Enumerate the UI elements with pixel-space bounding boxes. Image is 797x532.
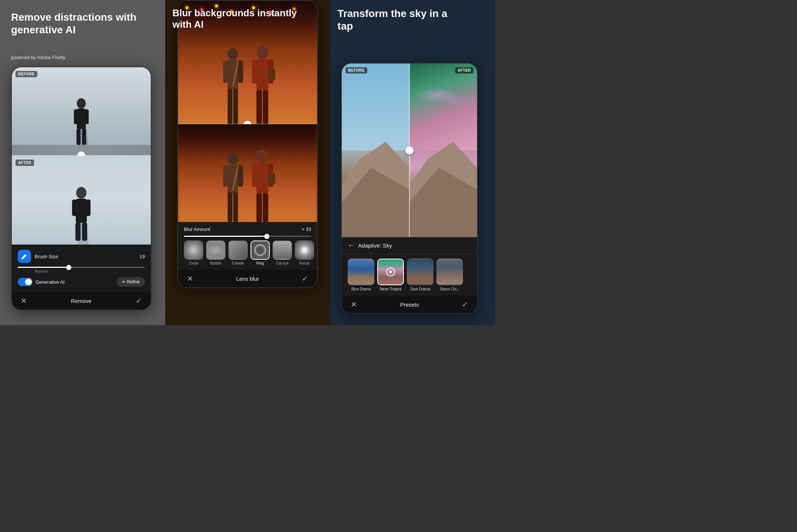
blur-slider[interactable] bbox=[184, 236, 311, 237]
preset-label-dark-drama: Dark Drama bbox=[410, 287, 430, 291]
blur-options: Circle Bubble 5-blade bbox=[184, 241, 311, 265]
svg-rect-35 bbox=[223, 165, 228, 187]
svg-rect-30 bbox=[256, 90, 262, 124]
svg-rect-44 bbox=[256, 193, 262, 222]
bottom-bar-2: ✕ Lens blur ✓ bbox=[178, 270, 317, 287]
panel-remove-distractions: Remove distractions with generative AI p… bbox=[0, 0, 165, 325]
svg-rect-22 bbox=[238, 61, 243, 83]
preset-blue-drama[interactable]: Blue Drama bbox=[348, 259, 374, 291]
blur-amount-value: + 33 bbox=[302, 226, 311, 232]
preset-neon-tropics[interactable]: Neon Tropics bbox=[377, 259, 404, 291]
p3-divider-handle[interactable] bbox=[405, 146, 413, 154]
after-section: AFTER bbox=[12, 156, 151, 245]
bottom-label-1: Remove bbox=[71, 298, 92, 304]
bottom-label-2: Lens blur bbox=[236, 276, 259, 282]
panel1-title: Remove distractions with generative AI bbox=[11, 11, 144, 36]
p3-before-badge: BEFORE bbox=[345, 67, 367, 74]
svg-point-12 bbox=[76, 187, 86, 199]
svg-rect-28 bbox=[252, 59, 257, 83]
preset-thumb-dark-drama bbox=[407, 259, 433, 285]
after-badge: AFTER bbox=[16, 160, 34, 166]
panel2-title: Blur backgrounds instantly with AI bbox=[173, 7, 306, 30]
svg-rect-7 bbox=[76, 129, 81, 145]
p2-close-icon[interactable]: ✕ bbox=[187, 274, 193, 283]
refine-button[interactable]: ✏ Refine bbox=[117, 277, 145, 287]
panel-blur-backgrounds: Blur backgrounds instantly with AI BEFOR… bbox=[165, 0, 330, 325]
bottom-bar-3: ✕ Presets ✓ bbox=[342, 296, 477, 313]
svg-rect-42 bbox=[252, 164, 257, 187]
remove-label: Remove bbox=[35, 269, 145, 273]
p3-close-icon[interactable]: ✕ bbox=[351, 300, 357, 309]
svg-rect-21 bbox=[223, 61, 228, 83]
svg-rect-45 bbox=[263, 193, 268, 222]
svg-rect-14 bbox=[72, 200, 76, 216]
preset-label-blue-drama: Blue Drama bbox=[351, 287, 371, 291]
close-icon[interactable]: ✕ bbox=[21, 296, 27, 305]
svg-rect-16 bbox=[75, 222, 81, 241]
brush-size-label: Brush Size bbox=[35, 254, 136, 259]
svg-rect-15 bbox=[86, 200, 91, 216]
svg-point-26 bbox=[256, 45, 268, 59]
preset-thumb-blue-drama bbox=[348, 259, 374, 285]
svg-point-18 bbox=[21, 258, 23, 259]
svg-rect-13 bbox=[76, 199, 87, 223]
blur-label-circle: Circle bbox=[189, 261, 198, 265]
blur-thumb-bubble bbox=[206, 241, 225, 260]
blur-option-circle[interactable]: Circle bbox=[184, 241, 203, 265]
blur-option-cateye[interactable]: Cat eye bbox=[273, 241, 292, 265]
p3-check-icon[interactable]: ✓ bbox=[462, 300, 468, 309]
svg-point-48 bbox=[304, 249, 305, 251]
p3-presets: Blue Drama Neon Tropics Dark Drama bbox=[342, 254, 477, 296]
refine-label: ✏ Refine bbox=[122, 279, 140, 284]
svg-rect-37 bbox=[228, 192, 232, 222]
p3-after-half bbox=[409, 64, 477, 237]
blur-option-bubble[interactable]: Bubble bbox=[206, 241, 225, 265]
svg-rect-41 bbox=[256, 163, 268, 193]
brush-size-value: 19 bbox=[140, 254, 145, 259]
p2-check-icon[interactable]: ✓ bbox=[302, 274, 308, 283]
p3-adaptive-bar: ← Adaptive: Sky bbox=[342, 237, 477, 254]
blur-amount-label: Blur Amount bbox=[184, 226, 299, 232]
generative-ai-label: Generative AI bbox=[35, 279, 65, 285]
svg-rect-36 bbox=[238, 165, 243, 187]
bottom-bar-1: ✕ Remove ✓ bbox=[12, 292, 151, 310]
split-divider bbox=[409, 64, 410, 237]
before-badge: BEFORE bbox=[16, 71, 37, 77]
p3-after-badge: AFTER bbox=[455, 67, 474, 74]
check-icon[interactable]: ✓ bbox=[136, 296, 142, 305]
svg-point-19 bbox=[228, 48, 238, 60]
brush-slider[interactable] bbox=[18, 267, 145, 268]
blur-option-ring[interactable]: Ring bbox=[251, 241, 270, 265]
preset-label-storm: Storm Clo... bbox=[440, 287, 460, 291]
preset-thumb-storm bbox=[436, 259, 463, 285]
back-arrow-icon[interactable]: ← bbox=[348, 242, 354, 249]
p2-after-image: AFTER bbox=[178, 124, 317, 222]
svg-rect-17 bbox=[82, 222, 87, 241]
svg-rect-27 bbox=[256, 59, 268, 90]
phone-mockup-1: BEFORE bbox=[11, 66, 151, 310]
bottom-label-3: Presets bbox=[400, 301, 419, 308]
svg-rect-32 bbox=[268, 69, 275, 80]
preset-dark-drama[interactable]: Dark Drama bbox=[407, 259, 433, 291]
blur-thumb-focus bbox=[295, 241, 314, 260]
svg-rect-6 bbox=[85, 109, 89, 124]
blur-label-bubble: Bubble bbox=[210, 261, 221, 265]
blur-label-5blade: 5-blade bbox=[232, 261, 244, 265]
preset-thumb-neon-tropics bbox=[377, 259, 404, 285]
p3-controls: ← Adaptive: Sky Blue Drama bbox=[342, 237, 477, 296]
phone-mockup-3: BEFORE AFTER ← Adaptive: Sky Blue Drama bbox=[341, 63, 478, 314]
blur-label-cateye: Cat eye bbox=[276, 261, 289, 265]
preset-storm[interactable]: Storm Clo... bbox=[436, 259, 463, 291]
blur-option-focus[interactable]: Focus bbox=[295, 241, 314, 265]
p3-before-half bbox=[342, 64, 409, 237]
panel3-title: Transform the sky in a tap bbox=[337, 7, 456, 32]
svg-rect-24 bbox=[233, 89, 238, 124]
svg-rect-38 bbox=[233, 192, 238, 222]
p3-photo: BEFORE AFTER bbox=[342, 64, 477, 237]
svg-rect-46 bbox=[268, 173, 275, 184]
brush-icon bbox=[18, 250, 31, 263]
svg-rect-23 bbox=[228, 89, 232, 124]
blur-option-5blade[interactable]: 5-blade bbox=[228, 241, 248, 265]
generative-ai-toggle[interactable] bbox=[18, 278, 33, 286]
svg-point-40 bbox=[256, 150, 268, 163]
